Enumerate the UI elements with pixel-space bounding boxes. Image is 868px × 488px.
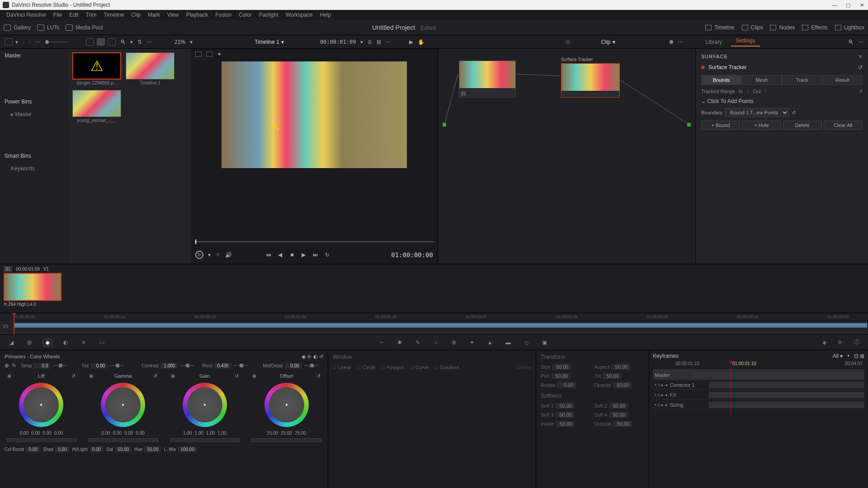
menu-view[interactable]: View	[164, 12, 183, 18]
all-dropdown[interactable]: All	[833, 353, 839, 359]
tab-library[interactable]: Library	[701, 39, 727, 45]
view-grid-icon[interactable]	[97, 38, 105, 46]
menu-davinci-resolve[interactable]: DaVinci Resolve	[3, 12, 50, 18]
nav-fwd-icon[interactable]: ›	[29, 39, 31, 45]
curve-icon[interactable]: ～	[377, 338, 387, 347]
chevron-down-icon[interactable]: ▾	[613, 39, 615, 45]
soft3-field[interactable]: Soft 350.00	[541, 412, 591, 418]
next-frame-button[interactable]: ⏭	[311, 251, 320, 258]
track-icon[interactable]: ⊕	[449, 338, 459, 347]
prev-frame-button[interactable]: ◀	[276, 251, 285, 258]
fx-icon[interactable]: fx	[195, 251, 203, 259]
keyframe-track-sizing[interactable]: • ◇ ▸ ◂Sizing	[653, 400, 864, 410]
rotate-field[interactable]: Rotate0.00	[541, 382, 591, 388]
tab-settings[interactable]: Settings	[731, 38, 760, 47]
3d-icon[interactable]: ▣	[539, 338, 549, 347]
nodes-button[interactable]: Nodes	[770, 24, 795, 31]
lift-wheel[interactable]: ⊕Lift↺0.000.000.000.00	[5, 373, 78, 442]
pivot-slider[interactable]: Pivot0.435	[202, 362, 263, 369]
first-frame-button[interactable]: ⏮	[264, 251, 273, 258]
keywords-bin[interactable]: Keywords	[5, 165, 64, 172]
lmix-value[interactable]: L. Mix100.00	[164, 446, 197, 452]
node-source[interactable]: 01	[459, 61, 516, 98]
middetail-slider[interactable]: Mid/Detail0.00	[263, 362, 323, 369]
tracker-tab-bounds[interactable]: Bounds	[701, 75, 741, 85]
add-points-section[interactable]: ⌄ Click To Add Points	[701, 98, 863, 104]
pointer-icon[interactable]: ▶	[409, 39, 413, 45]
reset-icon[interactable]: ↺	[792, 110, 796, 116]
nav-back-icon[interactable]: ‹	[23, 39, 24, 45]
menu-workspace[interactable]: Workspace	[282, 12, 316, 18]
menu-help[interactable]: Help	[316, 12, 335, 18]
menu-playback[interactable]: Playback	[182, 12, 212, 18]
graph-input[interactable]	[443, 123, 446, 127]
log-mode-icon[interactable]: ◐	[313, 354, 318, 359]
power-bins[interactable]: Power Bins	[5, 99, 64, 105]
mini-timeline[interactable]: 01:00:00:0001:00:00:1101:00:00:2201:00:0…	[0, 313, 868, 334]
wheels-icon[interactable]: ◉	[42, 338, 52, 347]
master-bin[interactable]: Master	[5, 52, 64, 59]
tracker-tab-result[interactable]: Result	[822, 75, 863, 85]
reset-icon[interactable]: ↺	[859, 89, 863, 94]
scrub-bar[interactable]	[194, 241, 434, 242]
menu-timeline[interactable]: Timeline	[100, 12, 127, 18]
tilt-field[interactable]: Tilt50.00	[594, 373, 645, 379]
inside-field[interactable]: Inside50.00	[541, 421, 591, 427]
close-button[interactable]: ✕	[858, 1, 865, 9]
gallery-button[interactable]: Gallery	[4, 24, 31, 31]
hilight-value[interactable]: Hi/Light0.00	[72, 446, 104, 452]
offset-wheel[interactable]: ⊕Offset↺25.0025.0025.00	[250, 373, 323, 442]
tracker---hole-button[interactable]: + Hole	[742, 121, 781, 130]
magic-icon[interactable]: ✦	[467, 338, 477, 347]
more-icon[interactable]: ⋯	[146, 39, 152, 45]
temp-slider[interactable]: Temp0.0	[21, 362, 81, 369]
lightbox-button[interactable]: Lightbox	[835, 24, 864, 31]
histogram-icon[interactable]: ⊪	[835, 338, 845, 347]
clip-thumbnail[interactable]: Timeline 1	[126, 52, 175, 85]
size-icon[interactable]: ◇	[521, 338, 531, 347]
menu-fairlight[interactable]: Fairlight	[255, 12, 282, 18]
clip-dropdown[interactable]: Clip	[601, 39, 611, 45]
chevron-down-icon[interactable]: ▾	[15, 39, 18, 45]
dot-icon[interactable]	[566, 40, 570, 44]
playhead[interactable]	[14, 313, 14, 335]
pan-field[interactable]: Pan50.00	[541, 373, 591, 379]
shape-linear[interactable]: □Linear	[333, 365, 351, 370]
gain-wheel[interactable]: ⊕Gain↺1.001.001.001.00	[168, 373, 242, 442]
close-icon[interactable]: ✕	[858, 53, 863, 60]
tracker-tab-track[interactable]: Track	[782, 75, 822, 85]
more-icon[interactable]: ⋯	[35, 39, 41, 45]
hdr-icon[interactable]: ◐	[61, 338, 71, 347]
soft4-field[interactable]: Soft 450.00	[594, 412, 645, 418]
contrast-slider[interactable]: Contrast1.000	[142, 362, 203, 369]
menu-color[interactable]: Color	[235, 12, 255, 18]
shape-gradient[interactable]: □Gradient	[435, 365, 459, 370]
smart-bins[interactable]: Smart Bins	[5, 153, 64, 159]
size-field[interactable]: Size50.00	[541, 364, 591, 370]
maximize-button[interactable]: ▢	[844, 1, 852, 9]
effects-button[interactable]: Effects	[802, 24, 827, 31]
warp-icon[interactable]: ✱	[395, 338, 405, 347]
more-icon[interactable]: ⋯	[858, 39, 863, 45]
clips-button[interactable]: Clips	[742, 24, 763, 31]
shape-circle[interactable]: □Circle	[358, 365, 375, 370]
timeline-dropdown[interactable]: Timeline 1	[255, 39, 279, 45]
bypass-icon[interactable]: ⊘	[368, 39, 372, 45]
magic-icon[interactable]: ✦	[217, 51, 222, 57]
chevron-down-icon[interactable]: ▾	[208, 252, 211, 258]
view-strip-icon[interactable]	[108, 38, 116, 46]
reset-icon[interactable]: ↺	[858, 64, 863, 70]
aspect-field[interactable]: Aspect50.00	[594, 364, 645, 370]
dot-icon[interactable]	[670, 40, 673, 44]
tracker-clear-all-button[interactable]: Clear All	[824, 121, 863, 130]
boundary-select[interactable]: Bound 1 T...ew Points	[725, 108, 789, 117]
shape-curve[interactable]: □Curve	[410, 365, 429, 370]
viewer-timecode[interactable]: 01:00:00:00	[391, 251, 433, 258]
media-sort-icon[interactable]	[5, 38, 13, 46]
keyframe-playhead[interactable]	[731, 361, 731, 415]
keyframe-track-master[interactable]: Master	[653, 370, 864, 380]
node-surface-tracker[interactable]	[561, 63, 620, 98]
shad-value[interactable]: Shad0.00	[43, 446, 70, 452]
graph-output[interactable]	[687, 123, 691, 127]
clip-thumbnail[interactable]	[4, 273, 61, 301]
